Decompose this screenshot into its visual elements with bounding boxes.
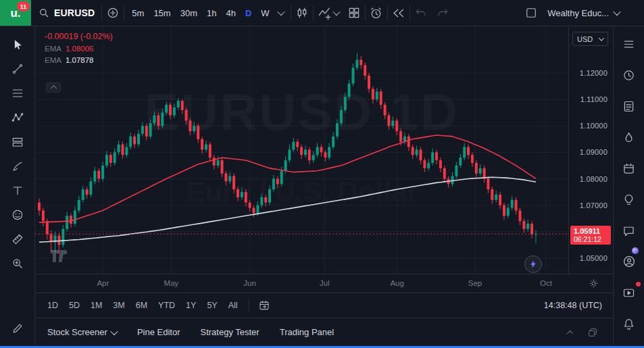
position-tool-button[interactable] <box>6 132 29 151</box>
date-range-bar: 1D 5D 1M 3M 6M YTD 1Y 5Y All 14:38:48 (U… <box>35 293 613 318</box>
ideas-notes-button[interactable] <box>620 97 639 116</box>
alert-clock-icon <box>369 6 383 20</box>
chat-button[interactable] <box>620 221 639 240</box>
add-symbol-button[interactable] <box>102 3 124 22</box>
interval-switcher: 5m 15m 30m 1h 4h D W <box>124 3 290 22</box>
indicators-button[interactable] <box>314 3 343 22</box>
create-alert-button[interactable] <box>366 3 387 22</box>
time-axis-labels: AprMayJunJulAugSepOct <box>35 274 569 293</box>
tab-trading-panel[interactable]: Trading Panel <box>280 327 334 337</box>
hotlists-button[interactable] <box>620 128 639 147</box>
notifications-button[interactable] <box>620 314 639 333</box>
collapse-panel-button[interactable] <box>568 327 572 337</box>
tab-label: Strategy Tester <box>200 327 259 337</box>
alerts-button[interactable] <box>620 66 639 84</box>
cursor-tool-button[interactable] <box>6 35 29 54</box>
interval-1d[interactable]: D <box>241 4 256 22</box>
chevron-down-icon <box>599 35 604 41</box>
range-3m[interactable]: 3M <box>107 297 130 314</box>
maximize-panel-button[interactable] <box>587 327 598 338</box>
session-clock[interactable]: 14:38:48 (UTC) <box>544 301 606 310</box>
zoom-tool-button[interactable] <box>6 254 29 273</box>
chat-icon <box>622 224 636 238</box>
interval-5m[interactable]: 5m <box>127 4 149 22</box>
month-label: Aug <box>390 279 403 287</box>
trend-line-tool-button[interactable] <box>6 59 29 78</box>
redo-icon <box>436 6 449 20</box>
symbol-search-button[interactable]: EURUSD <box>31 3 101 22</box>
month-label: Jul <box>320 279 330 287</box>
axis-settings-button[interactable] <box>588 278 599 289</box>
tab-pine-editor[interactable]: Pine Editor <box>137 327 180 337</box>
bar-replay-button[interactable] <box>388 3 410 22</box>
trend-line-icon <box>11 62 24 76</box>
fib-retracement-tool-button[interactable] <box>6 84 29 103</box>
go-to-date-button[interactable] <box>255 297 274 314</box>
text-tool-button[interactable] <box>6 181 29 200</box>
price-axis-label: 1.07000 <box>580 201 608 209</box>
range-5d[interactable]: 5D <box>64 297 85 314</box>
cursor-icon <box>11 38 24 51</box>
gear-icon <box>588 278 599 289</box>
tab-label: Trading Panel <box>280 327 334 337</box>
last-price-badge: 1.05911 06:21:12 <box>570 226 611 245</box>
bottom-panel-controls <box>568 327 601 338</box>
range-6m[interactable]: 6M <box>130 297 153 314</box>
grid-layout-icon <box>347 6 361 20</box>
indicator-row-ema-fast[interactable]: EMA 1.08006 <box>42 44 97 53</box>
range-1d[interactable]: 1D <box>42 297 64 314</box>
chart-style-button[interactable] <box>291 3 313 22</box>
interval-15m[interactable]: 15m <box>149 4 175 22</box>
redo-button[interactable] <box>432 3 453 22</box>
time-axis[interactable]: AprMayJunJulAugSepOct <box>35 274 613 293</box>
measure-tool-button[interactable] <box>6 230 29 249</box>
layout-menu: Wealthy Educ... <box>520 3 644 22</box>
bell-icon <box>622 317 636 331</box>
range-all[interactable]: All <box>223 297 243 314</box>
watchlist-icon <box>622 37 636 51</box>
layout-square-icon <box>524 6 538 20</box>
tradingview-app: u. 11 EURUSD 5m 15m 30m 1h 4h D W <box>0 0 644 348</box>
indicator-row-ema-slow[interactable]: EMA 1.07878 <box>42 55 97 65</box>
interval-4h[interactable]: 4h <box>221 4 240 22</box>
collapse-legend-button[interactable] <box>46 82 61 93</box>
tab-strategy-tester[interactable]: Strategy Tester <box>200 327 259 337</box>
emoji-tool-button[interactable] <box>6 205 29 224</box>
ideas-button[interactable] <box>620 190 639 209</box>
interval-1w[interactable]: W <box>256 4 274 22</box>
layout-name[interactable]: Wealthy Educ... <box>547 8 609 18</box>
price-axis[interactable]: USD 1.050001.060001.070001.080001.090001… <box>568 26 613 274</box>
undo-button[interactable] <box>410 3 432 22</box>
pattern-tool-button[interactable] <box>6 108 29 127</box>
range-1y[interactable]: 1Y <box>180 297 201 314</box>
streams-button[interactable] <box>620 252 639 271</box>
layout-templates-button[interactable] <box>343 3 365 22</box>
price-axis-label: 1.09000 <box>580 148 608 156</box>
save-layout-button[interactable] <box>520 3 542 22</box>
quick-edit-button[interactable] <box>6 319 29 338</box>
interval-menu-button[interactable] <box>274 3 288 22</box>
tradingview-logo[interactable]: u. 11 <box>0 0 31 26</box>
video-stream-button[interactable] <box>620 283 639 302</box>
range-ytd[interactable]: YTD <box>153 297 180 314</box>
currency-selector[interactable]: USD <box>572 32 608 46</box>
range-5y[interactable]: 5Y <box>201 297 222 314</box>
instant-trading-button[interactable] <box>524 255 542 273</box>
tab-stock-screener[interactable]: Stock Screener <box>47 327 117 337</box>
calendar-button[interactable] <box>620 159 639 178</box>
restore-window-icon <box>587 327 598 338</box>
last-price-value: 1.05911 <box>574 227 608 235</box>
price-axis-label: 1.11000 <box>580 95 608 103</box>
bar-countdown: 06:21:12 <box>574 235 608 243</box>
range-1m[interactable]: 1M <box>85 297 107 314</box>
brush-tool-button[interactable] <box>6 157 29 176</box>
chevron-down-icon <box>277 8 284 16</box>
fib-retracement-icon <box>11 86 24 100</box>
watchlist-button[interactable] <box>620 34 639 53</box>
interval-1h[interactable]: 1h <box>202 4 221 22</box>
chart-plot[interactable]: EURUSD 1D Euro / U.S. Dollar -0.00019 (-… <box>35 26 569 274</box>
bottom-panel: Stock Screener Pine Editor Strategy Test… <box>35 318 613 346</box>
indicator-label: EMA <box>45 56 61 64</box>
interval-30m[interactable]: 30m <box>176 4 202 22</box>
tradingview-watermark-logo[interactable] <box>50 249 70 266</box>
